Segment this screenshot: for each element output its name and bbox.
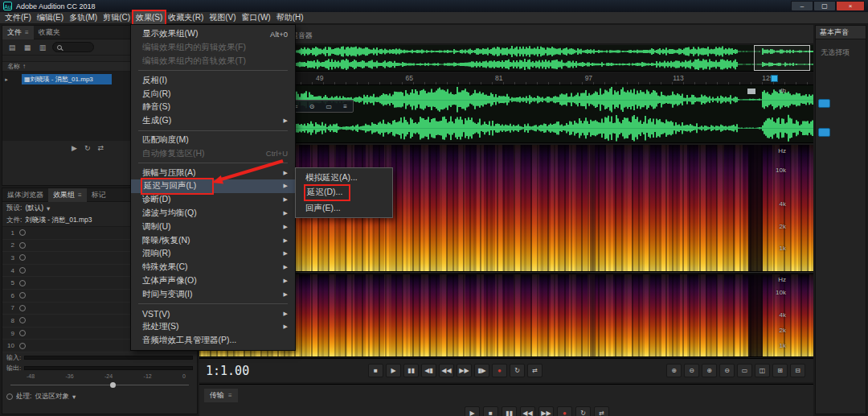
- lines-icon[interactable]: ≡: [343, 103, 347, 110]
- menu-item-batch-process[interactable]: 批处理(S)▶: [131, 320, 295, 334]
- menu-item-match-loudness[interactable]: 匹配响度(M): [131, 134, 295, 147]
- close-button[interactable]: ×: [836, 1, 865, 11]
- submenu-item-delay[interactable]: 延迟(D)...: [296, 185, 392, 200]
- power-icon[interactable]: [19, 229, 26, 236]
- zoom-out-horizontal-button[interactable]: ⊖: [684, 364, 699, 377]
- preview-loop-button[interactable]: ↻: [84, 144, 91, 152]
- submenu-item-echo[interactable]: 回声(E)...: [296, 200, 392, 216]
- menu-view[interactable]: 视图(V): [207, 11, 238, 24]
- preview-play-button[interactable]: ▶: [72, 144, 77, 152]
- list-view-icon[interactable]: ▥: [37, 43, 48, 51]
- zoom-selection-button[interactable]: ⊞: [772, 364, 788, 377]
- menu-item-audio-plugin-manager[interactable]: 音频增效工具管理器(P)...: [131, 334, 295, 348]
- record-button[interactable]: ●: [557, 406, 572, 416]
- selected-file[interactable]: ▦ 刘晓瑛 - 消愁_01.mp3: [22, 74, 112, 84]
- skip-selection-button[interactable]: ⇄: [527, 364, 542, 377]
- pause-button[interactable]: ▮▮: [502, 406, 517, 416]
- slider-handle[interactable]: [110, 382, 116, 388]
- open-folder-icon[interactable]: ▦: [22, 43, 33, 51]
- skip-selection-button[interactable]: ⇄: [594, 406, 609, 416]
- menu-window[interactable]: 窗口(W): [240, 11, 273, 24]
- panel-menu-icon[interactable]: ≡: [78, 192, 82, 199]
- import-file-icon[interactable]: ▤: [6, 43, 18, 51]
- menu-item-reverse[interactable]: 反向(R): [131, 87, 295, 101]
- tab-media-browser[interactable]: 媒体浏览器: [2, 188, 48, 202]
- process-caret-icon[interactable]: ▾: [72, 393, 76, 401]
- panel-menu-icon[interactable]: ≡: [228, 392, 232, 399]
- channel-left-button[interactable]: [818, 99, 830, 108]
- zoom-out-vertical-button[interactable]: ⊖: [719, 364, 735, 377]
- panel-menu-icon[interactable]: ≡: [25, 29, 29, 36]
- channel-right-button[interactable]: [818, 128, 830, 137]
- menu-item-edit-clip-effects[interactable]: 编辑效果组内的剪辑效果(F): [131, 41, 295, 55]
- power-icon[interactable]: [19, 280, 26, 286]
- skip-to-end-button[interactable]: ▮▶: [474, 364, 489, 377]
- tab-essential-sound[interactable]: 基本声音: [816, 26, 866, 39]
- maximize-button[interactable]: ▢: [813, 1, 836, 11]
- box-icon[interactable]: ▭: [326, 103, 332, 110]
- menu-item-vst[interactable]: VST(V)▶: [131, 307, 295, 320]
- zoom-full-button[interactable]: ⊟: [790, 364, 805, 377]
- menu-item-reverb[interactable]: 混响(R)▶: [131, 247, 295, 261]
- tab-markers[interactable]: 标记: [87, 188, 111, 202]
- power-icon[interactable]: [19, 267, 26, 274]
- twist-icon[interactable]: ▸: [2, 76, 10, 83]
- menu-item-generate[interactable]: 生成(G)▶: [131, 114, 295, 128]
- zoom-in-vertical-button[interactable]: ⊕: [702, 364, 717, 377]
- menu-item-modulation[interactable]: 调制(U)▶: [131, 220, 295, 233]
- menu-item-stereo-imagery[interactable]: 立体声声像(O)▶: [131, 274, 295, 288]
- menu-item-amplitude-compression[interactable]: 振幅与压限(A)▶: [131, 166, 295, 179]
- menu-help[interactable]: 帮助(H): [274, 11, 306, 24]
- power-icon[interactable]: [19, 317, 26, 323]
- menu-item-auto-heal-selection[interactable]: 自动修复选区(H)Ctrl+U: [131, 146, 295, 160]
- power-icon[interactable]: [19, 343, 26, 349]
- loop-button[interactable]: ↻: [575, 406, 591, 416]
- preset-caret-icon[interactable]: ▾: [47, 204, 50, 212]
- range-grabber[interactable]: [747, 89, 755, 94]
- zoom-in-horizontal-button[interactable]: ⊕: [666, 364, 682, 377]
- minimize-button[interactable]: –: [791, 1, 813, 11]
- view-range-indicator[interactable]: [754, 45, 810, 71]
- menu-item-filter-and-eq[interactable]: 滤波与均衡(Q)▶: [131, 207, 295, 220]
- menu-item-show-effects-rack[interactable]: 显示效果组(W)Alt+0: [131, 27, 295, 41]
- power-icon[interactable]: [19, 292, 26, 299]
- power-icon[interactable]: [19, 305, 26, 311]
- tab-files[interactable]: 文件≡: [2, 26, 34, 39]
- tab-favorites[interactable]: 收藏夹: [34, 26, 65, 39]
- zoom-selection-left-button[interactable]: ▭: [737, 364, 752, 377]
- power-icon[interactable]: [19, 242, 26, 249]
- play-button[interactable]: ▶: [386, 364, 401, 377]
- menu-file[interactable]: 文件(F): [2, 11, 34, 24]
- preview-autoplay-button[interactable]: ⇄: [97, 144, 104, 152]
- menu-item-delay-and-echo[interactable]: 延迟与回声(L)▶: [131, 179, 295, 193]
- process-mode-value[interactable]: 仅选区对象: [35, 392, 69, 402]
- fast-forward-button[interactable]: ▶▶: [538, 406, 554, 416]
- tab-effects-rack[interactable]: 效果组≡: [48, 188, 87, 202]
- menu-item-invert[interactable]: 反相(I): [131, 73, 295, 87]
- mix-slider[interactable]: [10, 381, 189, 389]
- tab-transport[interactable]: 传输 ≡: [204, 389, 238, 402]
- stop-button[interactable]: ■: [483, 406, 498, 416]
- rewind-button[interactable]: ◀◀: [439, 364, 454, 377]
- power-icon[interactable]: [19, 330, 26, 336]
- menu-item-noise-reduction[interactable]: 降噪/恢复(N)▶: [131, 233, 295, 247]
- clock-icon[interactable]: ⊙: [309, 103, 315, 110]
- submenu-item-analog-delay[interactable]: 模拟延迟(A)...: [296, 170, 392, 185]
- menu-edit[interactable]: 编辑(E): [35, 11, 66, 24]
- power-icon[interactable]: [19, 254, 26, 261]
- preset-value[interactable]: (默认): [25, 204, 43, 213]
- menu-multitrack[interactable]: 多轨(M): [67, 11, 100, 24]
- skip-to-start-button[interactable]: ◀▮: [421, 364, 436, 377]
- fast-forward-button[interactable]: ▶▶: [457, 364, 472, 377]
- menu-favorites[interactable]: 收藏夹(R): [166, 11, 206, 24]
- playhead-marker[interactable]: [771, 75, 778, 82]
- rack-power-icon[interactable]: [6, 393, 13, 400]
- loop-button[interactable]: ↻: [510, 364, 525, 377]
- editor-hud-toolbar[interactable]: ≈ ⊙ ▭ ≡: [288, 100, 354, 113]
- menu-item-diagnostics[interactable]: 诊断(D)▶: [131, 193, 295, 207]
- rewind-button[interactable]: ◀◀: [520, 406, 535, 416]
- zoom-selection-right-button[interactable]: ◫: [755, 364, 770, 377]
- stop-button[interactable]: ■: [368, 364, 383, 377]
- menu-item-special-effects[interactable]: 特殊效果(C)▶: [131, 261, 295, 274]
- menu-effects[interactable]: 效果(S): [133, 11, 165, 24]
